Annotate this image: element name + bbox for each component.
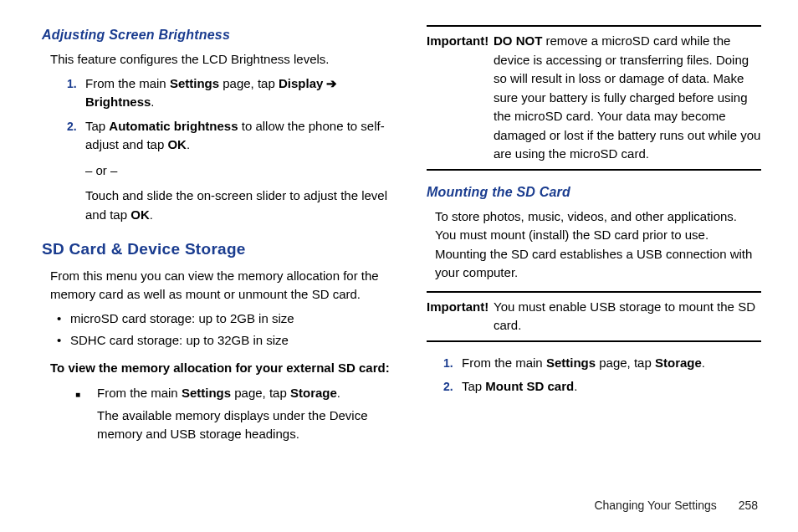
arrow-icon: ➔ xyxy=(323,76,337,90)
page-number: 258 xyxy=(739,499,758,512)
bullet-text: microSD card storage: up to 2GB in size xyxy=(70,309,294,329)
storage-label: Storage xyxy=(290,386,337,400)
step-number: 2. xyxy=(67,117,85,225)
heading-mounting-sd: Mounting the SD Card xyxy=(427,182,761,202)
mounting-steps: 1. From the main Settings page, tap Stor… xyxy=(443,354,761,396)
bullet-text: SDHC card storage: up to 32GB in size xyxy=(70,331,289,350)
step-item: 1. From the main Settings page, tap Stor… xyxy=(443,354,761,373)
step-content: Tap Automatic brightness to allow the ph… xyxy=(85,117,393,225)
text: remove a microSD card while the device i… xyxy=(494,33,760,161)
step-item: 2. Tap Mount SD card. xyxy=(443,377,761,396)
important-content: You must enable USB storage to mount the… xyxy=(494,298,761,335)
important-note: Important! DO NOT remove a microSD card … xyxy=(427,25,761,171)
storage-bullets: • microSD card storage: up to 2GB in siz… xyxy=(57,309,393,350)
sub-note: The available memory displays under the … xyxy=(97,407,393,444)
do-not-label: DO NOT xyxy=(494,33,542,48)
text: . xyxy=(337,386,340,400)
text: page, tap xyxy=(596,356,655,370)
text: From the main xyxy=(85,76,170,90)
square-bullet-icon: ■ xyxy=(75,384,97,444)
important-content: DO NOT remove a microSD card while the d… xyxy=(494,32,761,164)
settings-label: Settings xyxy=(546,356,596,370)
important-label: Important! xyxy=(427,298,494,335)
list-item: • SDHC card storage: up to 32GB in size xyxy=(57,331,393,350)
text: page, tap xyxy=(231,386,290,400)
intro-storage: From this menu you can view the memory a… xyxy=(50,267,393,304)
step-number: 1. xyxy=(443,354,462,373)
footer-section: Changing Your Settings xyxy=(594,499,716,512)
important-label: Important! xyxy=(427,32,494,164)
text: From the main xyxy=(97,386,182,400)
subheading-view-allocation: To view the memory allocation for your e… xyxy=(50,359,393,378)
important-note: Important! You must enable USB storage t… xyxy=(427,291,761,342)
page-footer: Changing Your Settings 258 xyxy=(594,499,758,512)
bullet-icon: • xyxy=(57,309,70,329)
storage-label: Storage xyxy=(655,356,702,370)
text: . xyxy=(150,207,153,222)
text: Tap xyxy=(85,119,109,133)
intro-mounting: To store photos, music, videos, and othe… xyxy=(435,207,761,283)
mount-sd-label: Mount SD card xyxy=(485,379,574,393)
page-content: Adjusting Screen Brightness This feature… xyxy=(0,0,798,499)
step-content: From the main Settings page, tap Storage… xyxy=(462,354,761,373)
bullet-icon: • xyxy=(57,331,70,350)
intro-brightness: This feature configures the LCD Brightne… xyxy=(50,50,393,69)
text: . xyxy=(187,137,190,151)
left-column: Adjusting Screen Brightness This feature… xyxy=(42,25,393,482)
text: page, tap xyxy=(219,76,279,90)
list-item: ■ From the main Settings page, tap Stora… xyxy=(75,384,393,444)
ok-label: OK xyxy=(130,207,150,222)
or-separator: – or – xyxy=(85,161,393,181)
heading-adjusting-brightness: Adjusting Screen Brightness xyxy=(42,25,393,45)
step-content: Tap Mount SD card. xyxy=(462,377,761,396)
text: From the main xyxy=(462,356,546,370)
text: . xyxy=(702,356,705,370)
text: Tap xyxy=(462,379,485,393)
step-number: 2. xyxy=(443,377,462,396)
square-step-list: ■ From the main Settings page, tap Stora… xyxy=(75,384,393,444)
brightness-steps: 1. From the main Settings page, tap Disp… xyxy=(67,74,393,225)
text: . xyxy=(151,95,154,109)
right-column: Important! DO NOT remove a microSD card … xyxy=(427,25,761,482)
display-label: Display xyxy=(279,76,323,90)
text: . xyxy=(574,379,577,393)
step-item: 1. From the main Settings page, tap Disp… xyxy=(67,74,393,112)
step-number: 1. xyxy=(67,74,85,112)
step-content: From the main Settings page, tap Display… xyxy=(85,74,393,112)
step-item: 2. Tap Automatic brightness to allow the… xyxy=(67,117,393,225)
step-alternate: Touch and slide the on-screen slider to … xyxy=(85,187,393,224)
settings-label: Settings xyxy=(182,386,231,400)
brightness-label: Brightness xyxy=(85,95,151,109)
auto-brightness-label: Automatic brightness xyxy=(109,119,238,133)
heading-sd-storage: SD Card & Device Storage xyxy=(42,238,393,262)
list-item: • microSD card storage: up to 2GB in siz… xyxy=(57,309,393,329)
step-content: From the main Settings page, tap Storage… xyxy=(97,384,393,444)
settings-label: Settings xyxy=(170,76,219,90)
ok-label: OK xyxy=(167,137,187,151)
